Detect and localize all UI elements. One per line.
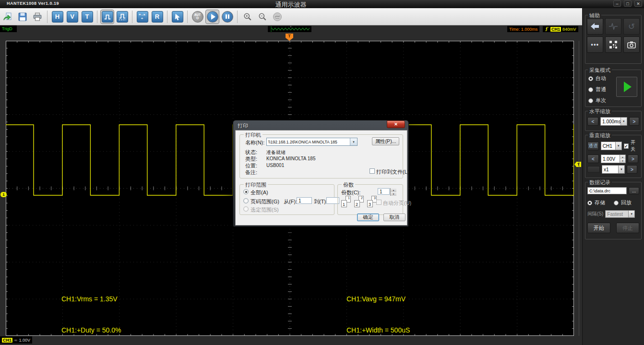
zoom-in-button[interactable] — [241, 10, 254, 24]
printer-status-label: 状态: — [245, 149, 257, 156]
volts-spinner[interactable]: 1.00V▲▼ — [601, 155, 626, 163]
math-button[interactable]: +-×÷ — [136, 10, 149, 24]
autoset-button[interactable]: AUTO — [191, 10, 204, 24]
cursor-button[interactable] — [171, 10, 184, 24]
timebase-select[interactable]: 1.000ms▼ — [600, 117, 627, 126]
scope-right-divider — [579, 41, 579, 336]
interval-select[interactable]: Fastest▼ — [605, 210, 635, 218]
zoom-out-button[interactable] — [256, 10, 269, 24]
vertical-settings-button[interactable]: V — [66, 10, 79, 24]
acq-single-option[interactable]: 单次 — [588, 97, 639, 104]
trigger-level-value: 840mV — [562, 27, 576, 32]
record-stop-button[interactable]: 停止 — [616, 223, 639, 233]
printer-properties-button[interactable]: 属性(P)... — [372, 137, 399, 145]
record-start-button[interactable]: 开始 — [587, 223, 610, 233]
more-options-button[interactable]: ••• — [587, 36, 603, 53]
spin-up-icon[interactable]: ▲ — [390, 188, 396, 192]
range-selection-radio[interactable] — [243, 206, 249, 212]
collate-label: 自动分页(U) — [383, 200, 411, 207]
pan-hand-icon — [273, 12, 282, 22]
trigger-position-marker[interactable]: T — [286, 34, 293, 41]
record-path-input[interactable]: C:\data.drc — [587, 187, 627, 194]
volts-increase-button[interactable]: > — [628, 155, 638, 163]
horizontal-scale-panel: 水平缩放 < 1.000ms▼ > — [585, 111, 642, 131]
toolbar-separator — [47, 11, 48, 23]
zoom-out-icon — [258, 12, 267, 21]
volts-decrease-button[interactable]: < — [587, 155, 599, 163]
collate-checkbox[interactable] — [376, 200, 382, 205]
pause-button[interactable] — [221, 10, 234, 24]
chevron-down-icon: ▼ — [628, 211, 634, 217]
range-selection-label: 选定范围(S) — [250, 206, 279, 214]
print-dialog-close-button[interactable]: ✕ — [387, 120, 405, 128]
print-dialog-titlebar: 打印 ✕ — [233, 120, 408, 130]
open-button[interactable] — [1, 10, 14, 24]
probe-increase-button[interactable]: > — [627, 165, 637, 174]
play-icon — [211, 14, 215, 20]
reference-button[interactable]: R — [151, 10, 164, 24]
close-button[interactable]: ✕ — [634, 0, 642, 7]
spin-down-icon[interactable]: ▼ — [620, 159, 625, 163]
control-sidebar: 辅助 ↺ ••• — [582, 8, 644, 345]
copies-input[interactable]: 1 — [378, 188, 390, 195]
minimize-button[interactable]: – — [613, 0, 621, 7]
maximize-button[interactable]: □ — [624, 0, 632, 7]
range-all-label: 全部(A) — [250, 189, 268, 196]
print-range-label: 打印范围 — [244, 181, 268, 189]
record-store-option[interactable]: 存储 — [587, 199, 605, 206]
channel-enable-checkbox[interactable]: ✓ — [624, 143, 629, 149]
printer-location-label: 位置: — [245, 162, 257, 169]
screenshot-button[interactable] — [623, 36, 640, 53]
record-playback-option[interactable]: 回放 — [614, 199, 632, 206]
pan-button[interactable] — [271, 10, 284, 24]
print-button[interactable] — [31, 10, 44, 24]
printer-name-select[interactable]: \\192.168.1.26\KONICA MINOLTA 185 ▼ — [266, 138, 358, 146]
channel-select[interactable]: CH1▼ — [601, 142, 622, 150]
range-all-radio[interactable] — [243, 189, 249, 194]
zoom-in-icon — [243, 12, 252, 21]
blank-button[interactable] — [587, 166, 600, 173]
trigger-level-marker[interactable]: T — [574, 162, 581, 167]
spin-down-icon[interactable]: ▼ — [390, 192, 396, 196]
back-button[interactable] — [587, 18, 603, 35]
pulse-icon — [609, 23, 618, 30]
ellipsis-icon: ••• — [591, 41, 599, 48]
trigger-source-badge: CH1 — [550, 27, 561, 32]
undo-button[interactable]: ↺ — [623, 18, 640, 35]
timebase-decrease-button[interactable]: < — [587, 117, 598, 126]
channel-button[interactable]: 通道 — [587, 142, 599, 150]
run-button[interactable] — [206, 10, 219, 24]
range-pages-radio[interactable] — [243, 198, 249, 203]
play-icon — [624, 82, 632, 92]
horizontal-settings-button[interactable]: H — [51, 10, 64, 24]
chevron-down-icon: ▼ — [620, 118, 627, 125]
waveform-reference-button[interactable] — [116, 10, 129, 24]
range-from-label: 从(F): — [284, 198, 297, 205]
open-icon — [3, 12, 12, 21]
cancel-button[interactable]: 取消 — [383, 214, 405, 221]
print-to-file-label: 打印到文件(L) — [376, 168, 409, 176]
acquisition-run-button[interactable] — [616, 77, 637, 97]
browse-button[interactable]: ... — [629, 187, 639, 194]
save-button[interactable] — [16, 10, 29, 24]
qr-code-button[interactable] — [605, 36, 621, 53]
trigger-settings-button[interactable]: T — [81, 10, 94, 24]
volts-per-div: 1.00V — [19, 338, 31, 343]
preview-wave-icon — [270, 26, 310, 32]
timebase-increase-button[interactable]: > — [629, 117, 639, 126]
spin-up-icon[interactable]: ▲ — [620, 155, 625, 159]
range-to-label: 到(T): — [314, 198, 327, 205]
copies-group-label: 份数 — [342, 181, 355, 189]
chevron-down-icon: ▼ — [615, 142, 621, 150]
waveform-tool-button[interactable] — [605, 18, 621, 35]
print-to-file-checkbox[interactable] — [370, 168, 375, 174]
channel1-position-marker[interactable]: 1 — [0, 192, 7, 197]
range-from-input[interactable]: 1 — [297, 197, 312, 204]
horizontal-scale-title: 水平缩放 — [588, 108, 612, 115]
waveform-mode-button[interactable] — [101, 10, 114, 24]
copies-spinner[interactable]: ▲▼ — [390, 188, 396, 196]
measurement: CH1:+Width = 500uS — [346, 325, 412, 336]
probe-select[interactable]: x1▼ — [602, 165, 625, 174]
ok-button[interactable]: 确定 — [357, 214, 379, 221]
waveform-preview[interactable] — [267, 25, 312, 33]
